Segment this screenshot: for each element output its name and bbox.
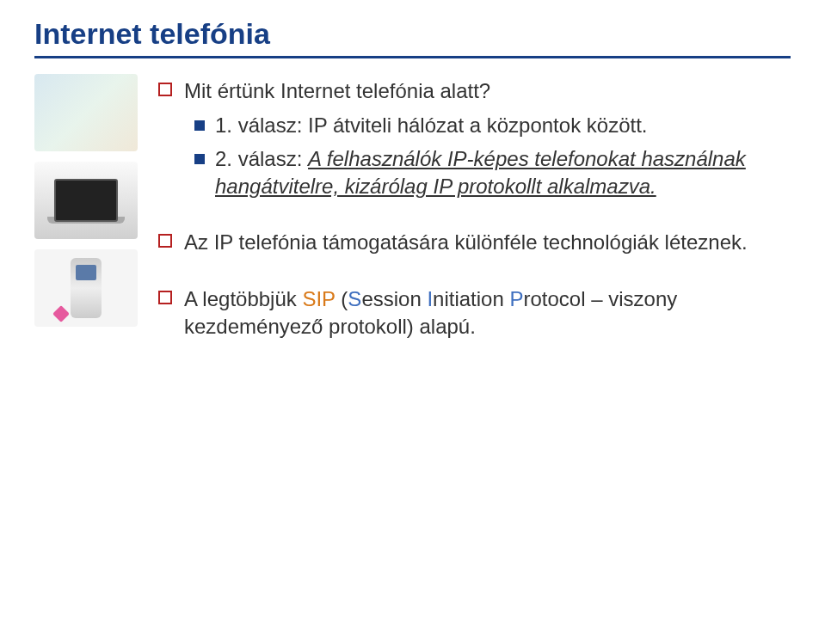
phone-body-icon [71,258,102,318]
slide-title: Internet telefónia [34,17,791,51]
answer1-rest: IP átviteli hálózat a központok között. [308,113,647,137]
hollow-square-icon [158,83,172,96]
thumbnail-devices [34,74,138,151]
content-area: Mit értünk Internet telefónia alatt? 1. … [34,74,791,348]
bullet-text: 1. válasz: IP átviteli hálózat a központ… [215,112,648,139]
sip-orange: SIP [302,287,335,310]
bullet-text: Mit értünk Internet telefónia alatt? [184,77,490,105]
bullet-text: 2. válasz: A felhasználók IP-képes telef… [215,145,791,201]
text-column: Mit értünk Internet telefónia alatt? 1. … [158,74,791,348]
slide-container: Internet telefónia Mit értünk Internet t… [0,0,825,365]
bullet-level2-answer1: 1. válasz: IP átviteli hálózat a központ… [194,112,791,139]
thumbnail-laptop [34,162,138,239]
hollow-square-icon [158,234,172,248]
sip-blue-s: S [348,287,361,310]
thumbnail-column [34,74,138,348]
spacer [158,206,791,229]
spacer [158,263,791,285]
answer2-prefix: 2. válasz: [215,147,308,170]
bullet-text: A legtöbbjük SIP (Session Initiation Pro… [184,285,791,341]
sip-a: A legtöbbjük [184,287,302,310]
bullet-level2-answer2: 2. válasz: A felhasználók IP-képes telef… [194,145,791,201]
sip-d: nitiation [433,287,509,310]
answer1-prefix: 1. válasz: [215,113,308,137]
sip-c: ession [361,287,427,310]
bullet-text: Az IP telefónia támogatására különféle t… [184,229,748,256]
filled-square-icon [194,154,205,164]
bullet-level1-q: Mit értünk Internet telefónia alatt? [158,77,791,105]
sip-b: ( [336,287,348,310]
bullet-level1-tech: Az IP telefónia támogatására különféle t… [158,229,791,256]
title-underline [34,56,791,58]
thumbnail-phone [34,249,138,327]
heart-charm-icon [52,305,70,322]
filled-square-icon [194,120,205,131]
hollow-square-icon [158,291,172,304]
bullet-level1-sip: A legtöbbjük SIP (Session Initiation Pro… [158,285,791,341]
sip-blue-p: P [509,287,523,310]
